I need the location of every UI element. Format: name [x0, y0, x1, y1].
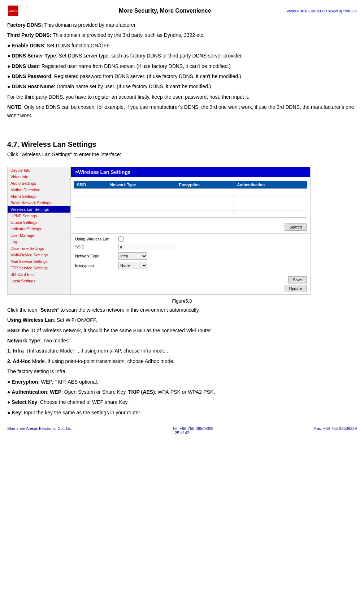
wep-bold: WEP: [50, 389, 61, 395]
wifi-table-container: SSID Network Type Encryption Authenticat…: [71, 177, 310, 221]
sidebar-item-motion-detection[interactable]: Motion Detection: [8, 187, 70, 193]
para-factory-ddns: Factory DDNS: This domain is provided by…: [7, 21, 357, 29]
ssid-label: SSID: [75, 245, 118, 249]
sidebar-item-alarm-settings[interactable]: Alarm Settings: [8, 193, 70, 200]
sidebar-item-upnp[interactable]: UPNP Settings: [8, 213, 70, 219]
col-encryption: Encryption: [176, 181, 234, 188]
third-party-ddns-rest: This domain is provided by the 3rd party…: [51, 32, 204, 38]
factory-ddns-bold: Factory DDNS:: [7, 22, 43, 28]
ddns-password-bold: DDNS Password: [10, 73, 51, 79]
table-row: [74, 210, 307, 217]
ssid-input[interactable]: [118, 244, 176, 250]
section-name: Wireless Lan Settings: [21, 140, 96, 148]
encryption-desc: ● Encryption: WEP, TKIP, AES optional.: [7, 378, 357, 386]
encryption-bold: Encryption: [12, 379, 38, 385]
network-type-desc: Network Type: Two modes:: [7, 337, 357, 345]
para-ddns-hostname: ● DDNS Host Name: Domain name set by use…: [7, 82, 357, 90]
cell-ssid-3: [74, 203, 107, 210]
footer-fax: Fax: +86-755-26509229: [314, 426, 357, 431]
update-button[interactable]: Update: [285, 285, 307, 292]
encryption-row: Encryption None WEP TKIP AES: [75, 262, 306, 269]
footer-page: 25 of 42: [7, 431, 357, 435]
using-wireless-label: Using Wireless Lan: [75, 237, 118, 241]
sidebar-item-user-manage[interactable]: User Manage: [8, 232, 70, 239]
authentication-desc: ● Authentication: WEP: Open System or Sh…: [7, 388, 357, 396]
cell-ssid-2: [74, 196, 107, 203]
encryption-select[interactable]: None WEP TKIP AES: [118, 262, 147, 269]
link1[interactable]: www.apexis.com.cn: [287, 8, 325, 13]
sidebar-item-video-info[interactable]: Video Info: [8, 174, 70, 180]
network-type-label: Network Type: [75, 254, 118, 258]
table-row: [74, 203, 307, 210]
cell-network-4: [107, 210, 176, 217]
network-type-bold: Network Type: [7, 338, 40, 343]
third-party-ddns-bold: Third Party DDNS:: [7, 32, 51, 38]
ddns-hostname-rest: : Domain name set by user. (If use facto…: [54, 84, 211, 89]
using-wireless-checkbox[interactable]: [118, 236, 124, 242]
infra-desc: 1. Infra（Infrastructure Mode）, if using …: [7, 347, 357, 355]
col-network-type: Network Type: [107, 181, 176, 188]
sidebar-item-wireless-lan[interactable]: Wireless Lan Settings: [8, 206, 70, 213]
apexis-logo: apexis: [7, 4, 36, 18]
para-ddns-server-type: ● DDNS Server Type: Set DDNS server type…: [7, 52, 357, 60]
save-update-container: Save Update: [71, 274, 310, 294]
col-authentication: Authentication: [234, 181, 307, 188]
sidebar-item-mail-service[interactable]: Mail Service Settings: [8, 258, 70, 265]
table-row: [74, 188, 307, 196]
sidebar-item-sd-card[interactable]: SD-Card Info: [8, 271, 70, 278]
logo-area: apexis: [7, 4, 36, 18]
sidebar-item-device-info[interactable]: Device Info: [8, 167, 70, 174]
intro-content: Factory DDNS: This domain is provided by…: [7, 21, 357, 119]
ddns-password-rest: : Registered password from DDNS server. …: [51, 73, 241, 79]
post-figure-content: Click the icon "Search" to scan the wire…: [7, 306, 357, 417]
cell-ssid-4: [74, 210, 107, 217]
sidebar-item-cruise[interactable]: Cruise Settings: [8, 219, 70, 226]
network-type-select[interactable]: Infra Ad-Hoc: [118, 252, 147, 260]
sidebar-item-local-settings[interactable]: Local Settings: [8, 278, 70, 284]
wifi-scan-table: SSID Network Type Encryption Authenticat…: [74, 181, 307, 218]
note-rest: : Only one DDNS can be chosen, for examp…: [7, 104, 354, 118]
ssid-row: SSID: [75, 244, 306, 250]
wifi-form: Using Wireless Lan SSID Network Type Inf…: [71, 234, 310, 274]
select-key-desc: ● Select Key: Choose the channel of WEP …: [7, 398, 357, 406]
encryption-label: Encryption: [75, 263, 118, 268]
figure-sidebar: Device Info Video Info Audio Settings Mo…: [8, 167, 71, 294]
section-intro: Click "Wireless Lan Settings" to enter t…: [7, 151, 357, 157]
cell-enc-3: [176, 203, 234, 210]
sidebar-item-indicator[interactable]: Indicator Settings: [8, 226, 70, 232]
key-bold: Key: [12, 410, 21, 415]
ddns-user-rest: : Registered user name from DDNS server.…: [39, 63, 231, 69]
sidebar-item-ftp-service[interactable]: FTP Service Settings: [8, 265, 70, 271]
search-bold: Search: [40, 307, 57, 313]
note-bold: NOTE: [7, 104, 21, 110]
link2[interactable]: www.apexis.cc: [328, 8, 357, 13]
cell-auth-3: [234, 203, 307, 210]
sidebar-item-multi-device[interactable]: Multi-Device Settings: [8, 252, 70, 258]
search-btn-container: Search: [71, 221, 310, 233]
factory-ddns-rest: This domain is provided by manufacturer.: [43, 22, 137, 28]
para-ddns-password: ● DDNS Password: Registered password fro…: [7, 72, 357, 80]
para-third-party-ddns: Third Party DDNS: This domain is provide…: [7, 31, 357, 39]
figure-caption: Figure5.8: [7, 298, 357, 304]
sidebar-item-audio-settings[interactable]: Audio Settings: [8, 180, 70, 187]
sidebar-item-log[interactable]: Log: [8, 239, 70, 245]
panel-title: >Wireless Lan Settings: [71, 167, 310, 177]
search-button[interactable]: Search: [285, 223, 307, 231]
note-paragraph: NOTE: Only one DDNS can be chosen, for e…: [7, 103, 357, 119]
sidebar-item-datetime[interactable]: Date Time Settings: [8, 245, 70, 252]
footer-company: Shenzhen Apexis Electronic Co., Ltd: [7, 426, 72, 431]
adhoc-num: 2. Ad-Hoc: [7, 358, 31, 364]
ddns-user-bold: DDNS User: [10, 63, 39, 69]
figure-main-panel: >Wireless Lan Settings SSID Network Type…: [71, 167, 310, 294]
enable-ddns-rest: : Set DDNS function ON/OFF.: [44, 43, 110, 48]
ddns-hostname-bold: DDNS Host Name: [10, 84, 54, 89]
sidebar-item-basic-network[interactable]: Basic Network Settings: [8, 200, 70, 206]
table-row: [74, 196, 307, 203]
section-number: 4.7.: [7, 140, 19, 148]
header-links[interactable]: www.apexis.com.cn / www.apexis.cc: [287, 8, 357, 13]
infra-num: 1. Infra: [7, 348, 24, 354]
using-wireless-bold: Using Wireless Lan: [7, 317, 54, 323]
save-button[interactable]: Save: [288, 276, 307, 283]
cell-enc-4: [176, 210, 234, 217]
network-type-row: Network Type Infra Ad-Hoc: [75, 252, 306, 260]
